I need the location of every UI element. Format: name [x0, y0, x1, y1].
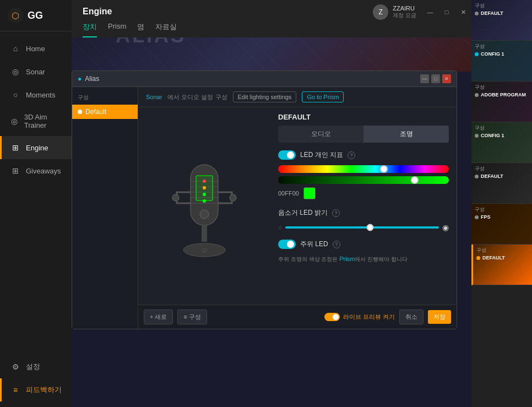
apply-button[interactable]: 저장: [428, 310, 451, 324]
panel-dot-row-5: DEFAULT: [475, 173, 529, 179]
sidebar-item-feedback[interactable]: ≡ 피드백하기: [0, 378, 72, 401]
config-panel-2[interactable]: 구성 CONFIG 1: [471, 41, 532, 82]
right-config-panels: 구성 DEFAULT 구성 CONFIG 1 구성 ADOBE PROGRAM: [471, 0, 532, 407]
panel-name-2: CONFIG 1: [481, 51, 504, 57]
brightness-thumb[interactable]: [366, 224, 373, 231]
sidebar: ⬡ GG ⌂ Home ◎ Sonar ○ Moments ◎ 3D Aim T…: [0, 0, 72, 407]
color-green-slider[interactable]: [278, 176, 449, 184]
panel-dot-row-3: ADOBE PROGRAM: [475, 92, 529, 97]
config-panel-5[interactable]: 구성 DEFAULT: [471, 163, 532, 204]
sidebar-item-engine[interactable]: ⊞ Engine: [0, 136, 72, 159]
panel-overlay-5: 구성 DEFAULT: [471, 163, 532, 203]
panel-name-5: DEFAULT: [481, 173, 503, 179]
led-toggle[interactable]: [278, 150, 296, 160]
color-swatch[interactable]: [303, 187, 316, 199]
giveaways-icon: ⊞: [10, 166, 20, 176]
ambient-toggle[interactable]: [278, 240, 296, 249]
panel-dot-4: [475, 134, 479, 138]
tab-device[interactable]: 장치: [83, 22, 97, 37]
live-preview-toggle[interactable]: [324, 313, 340, 321]
go-to-prism-button[interactable]: Go to Prism: [302, 91, 344, 102]
config-button[interactable]: ≡ 구성: [177, 310, 207, 324]
sidebar-item-sonar[interactable]: ◎ Sonar: [0, 60, 72, 83]
alias-title-area: ● Alias: [78, 75, 99, 83]
microphone-visual: ⬡: [144, 113, 265, 299]
color-rainbow-slider[interactable]: [278, 165, 449, 173]
tab-reference[interactable]: 자료실: [155, 22, 177, 37]
tab-audio[interactable]: 오디오: [278, 126, 363, 143]
new-button[interactable]: + 새로: [144, 310, 173, 324]
alias-minimize-button[interactable]: —: [420, 74, 429, 83]
panel-dot-3: [475, 93, 479, 97]
alias-content: Sonar 에서 오디오 설정 구성 Edit lighting setting…: [138, 87, 457, 329]
sidebar-nav: ⌂ Home ◎ Sonar ○ Moments ◎ 3D Aim Traine…: [0, 31, 72, 355]
cancel-button[interactable]: 취소: [399, 310, 424, 324]
svg-point-16: [200, 210, 209, 219]
engine-header: Z ZZAIRU 계정 요금 — □ ✕ Engine 장치 Prism 염 자…: [72, 0, 471, 37]
alias-close-button[interactable]: ✕: [442, 74, 451, 83]
user-avatar: Z: [373, 4, 388, 20]
home-icon: ⌂: [10, 44, 20, 53]
app-name: GG: [28, 10, 43, 21]
alias-main-panel: ⬡ DEFAULT 오디오 조명: [138, 107, 457, 305]
tab-prism[interactable]: Prism: [108, 22, 126, 37]
config-panel-4[interactable]: 구성 CONFIG 1: [471, 122, 532, 163]
user-status: 계정 요금: [393, 12, 416, 19]
led-toggle-row: LED 개인 지표 ?: [278, 150, 449, 160]
led-help-icon[interactable]: ?: [348, 151, 355, 159]
tab-lighting[interactable]: 조명: [363, 126, 449, 143]
prism-link-in-note[interactable]: Prism: [339, 256, 355, 262]
sidebar-item-giveaways[interactable]: ⊞ Giveaways: [0, 159, 72, 182]
tab-yum[interactable]: 염: [137, 22, 144, 37]
section-title: DEFAULT: [278, 113, 449, 121]
alias-title-icon: ●: [78, 75, 82, 83]
minimize-button[interactable]: —: [422, 6, 438, 19]
alias-bottom-bar: + 새로 ≡ 구성 라이브 프리뷰 켜기 취소 저장: [138, 305, 457, 329]
microphone-svg: ⬡: [166, 143, 243, 269]
panel-dot-2: [475, 52, 479, 56]
sonar-icon: ◎: [10, 67, 20, 77]
config-panel-1[interactable]: 구성 DEFAULT: [471, 0, 532, 41]
color-preview-row: 00FF00: [278, 187, 449, 199]
svg-text:⬡: ⬡: [202, 247, 207, 253]
sidebar-item-label: Sonar: [26, 68, 45, 76]
rainbow-slider-thumb[interactable]: [380, 165, 388, 173]
panel-category-2: 구성: [475, 43, 529, 50]
panel-dot-6: [475, 215, 479, 219]
sidebar-bottom: ⚙ 설정 ≡ 피드백하기: [0, 355, 72, 407]
sidebar-item-aim-trainer[interactable]: ◎ 3D Aim Trainer: [0, 106, 72, 136]
led-individual-section: LED 개인 지표 ? 00FF00: [278, 150, 449, 199]
config-panel-6[interactable]: 구성 FPS: [471, 204, 532, 245]
brightness-label-row: 음소거 LED 밝기 ?: [278, 208, 449, 218]
sidebar-item-label: Giveaways: [26, 167, 61, 175]
ambient-label: 주위 LED: [300, 240, 328, 249]
sonar-link[interactable]: Sonar: [146, 94, 162, 100]
app-logo-area: ⬡ GG: [0, 0, 72, 31]
panel-dot-row-7: DEFAULT: [476, 255, 529, 261]
alias-dialog-title: Alias: [85, 75, 99, 83]
sidebar-item-settings[interactable]: ⚙ 설정: [0, 355, 72, 378]
panel-dot-row-2: CONFIG 1: [475, 51, 529, 57]
maximize-button[interactable]: □: [438, 6, 455, 19]
alias-config-default[interactable]: Default: [72, 105, 138, 119]
close-button[interactable]: ✕: [455, 6, 471, 19]
panel-category-1: 구성: [475, 2, 529, 9]
green-slider-thumb[interactable]: [411, 176, 419, 184]
panel-overlay-2: 구성 CONFIG 1: [471, 41, 532, 81]
alias-maximize-button[interactable]: □: [431, 74, 440, 83]
sidebar-item-moments[interactable]: ○ Moments: [0, 83, 72, 106]
ambient-help-icon[interactable]: ?: [333, 241, 340, 248]
brightness-track[interactable]: [285, 226, 439, 229]
panel-dot-row-6: FPS: [475, 214, 529, 220]
brightness-label: 음소거 LED 밝기: [278, 208, 328, 218]
brightness-help-icon[interactable]: ?: [332, 209, 340, 217]
edit-lighting-button[interactable]: Edit lighting settings: [233, 91, 297, 102]
alias-top-bar: Sonar 에서 오디오 설정 구성 Edit lighting setting…: [138, 87, 457, 107]
config-panel-3[interactable]: 구성 ADOBE PROGRAM: [471, 82, 532, 122]
config-panel-7[interactable]: 구성 DEFAULT: [471, 245, 532, 285]
sidebar-item-home[interactable]: ⌂ Home: [0, 37, 72, 60]
panel-category-4: 구성: [475, 124, 529, 132]
svg-point-8: [203, 186, 206, 189]
moments-icon: ○: [10, 90, 20, 100]
config-dot-default: [78, 110, 82, 114]
